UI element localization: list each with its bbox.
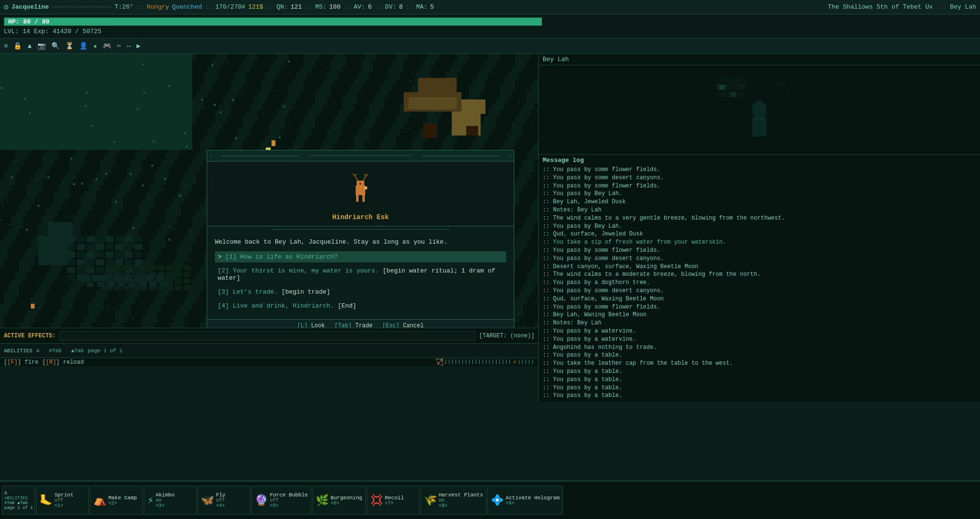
abilities-hotbar-label: A xyxy=(4,491,33,496)
location: The Shallows 5th of Tebet Ux xyxy=(828,3,932,11)
svg-rect-3 xyxy=(362,195,365,202)
game-map: ┌ ────────────────────────────── ┐ xyxy=(0,54,538,328)
search-icon[interactable]: 🔍 xyxy=(50,41,62,51)
svg-line-7 xyxy=(363,176,366,181)
msg-line: :: You pass by a dogthorn tree. xyxy=(543,279,976,287)
hotbar-key-6: <7> xyxy=(385,501,404,506)
hotbar-name-8: Activate Hologram xyxy=(506,495,559,501)
ammo-fill2: ||||| xyxy=(518,359,534,365)
dialog-content: Welcome back to Bey Lah, Jacqueline. Sta… xyxy=(207,234,514,319)
av-value: 6 xyxy=(368,3,372,11)
hotbar-item-fly[interactable]: 🦋 Fly off <4> xyxy=(198,486,250,515)
npc-name: Hindriarch Esk xyxy=(332,213,389,221)
svg-line-4 xyxy=(355,176,358,181)
effects-area xyxy=(60,331,475,341)
hotbar-key-5: <6> xyxy=(331,501,362,506)
hotbar-key-1: <2> xyxy=(108,501,136,506)
hotbar-name-4: Force Bubble xyxy=(270,492,308,498)
svg-line-9 xyxy=(364,174,366,176)
lock-icon[interactable]: 🔒 xyxy=(12,41,24,51)
star-icon[interactable]: ★ xyxy=(91,41,99,51)
dv-value: 8 xyxy=(399,3,403,11)
msg-line: :: You pass by a watervine. xyxy=(543,335,976,344)
menu-icon[interactable]: ≡ xyxy=(2,41,10,51)
hp-text: HP: 80 / 80 xyxy=(8,18,50,25)
hotbar-item-burgeoning[interactable]: 🌿 Burgeoning <6> xyxy=(312,486,366,515)
hotbar: A ABILITIES ≡Tab ▲Tab page 1 of 1 🦶 Spri… xyxy=(0,481,980,519)
hotbar-status-4: off xyxy=(270,498,308,503)
timer-icon[interactable]: ⏳ xyxy=(63,41,75,51)
msg-line: :: Bey Lah, Waning Beetle Moon xyxy=(543,311,976,319)
msg-line: :: You pass by some flower fields. xyxy=(543,303,976,311)
hotbar-icon-4: 🔮 xyxy=(255,494,268,507)
dialog-btn-cancel[interactable]: [Esc] Cancel xyxy=(382,322,423,328)
npc-art-svg xyxy=(346,171,375,205)
message-log-header: Message log xyxy=(543,157,976,164)
dialog-option-3[interactable]: [3] Let's trade. [begin trade] xyxy=(215,286,506,297)
fire-label-container: [[F]] fire xyxy=(4,359,38,366)
msg-line: :: You pass by a table. xyxy=(543,392,976,400)
msg-line: :: You take the leather cap from the tab… xyxy=(543,359,976,368)
camera-icon[interactable]: 📷 xyxy=(36,41,48,51)
thirst-status: Quenched xyxy=(172,3,202,11)
abilities-keys: A ≡Tab ▲Tab xyxy=(36,348,84,354)
hotbar-item-sprint[interactable]: 🦶 Sprint off <1> xyxy=(36,486,89,515)
reload-action: reload xyxy=(63,359,84,366)
portrait-svg: ░░▒▒░░▒▒░░ ▒▓▓▒░░░░▒▒ ░░▒▒▒▓▓░░░ ∩∩ ⌐ xyxy=(711,72,807,148)
hotbar-status-7: on xyxy=(439,498,483,503)
scissors-icon[interactable]: ✂ xyxy=(115,41,123,51)
hotbar-item-harvest-plants[interactable]: 🌾 Harvest Plants on <8> xyxy=(421,486,486,515)
dialog-btn-look[interactable]: [L] Look xyxy=(297,322,325,328)
play-icon[interactable]: ▶ xyxy=(135,41,142,51)
hotbar-status-3: off xyxy=(216,498,225,503)
gamepad-icon[interactable]: 🎮 xyxy=(101,41,113,51)
stats-bar: HP: 80 / 80 LVL: 14 Exp: 41420 / 50725 xyxy=(0,14,980,38)
msg-line: :: You pass by a table. xyxy=(543,376,976,384)
hotbar-icon-6: 💢 xyxy=(370,494,383,507)
water-amount: 170/270# xyxy=(215,3,245,11)
player-icon: ⚙ xyxy=(4,2,9,12)
arrows-icon[interactable]: ↔ xyxy=(125,41,133,51)
abilities-bar: ABILITIES A ≡Tab ▲Tab page 1 of 1 xyxy=(0,343,538,358)
hotbar-item-force-bubble[interactable]: 🔮 Force Bubble off <5> xyxy=(251,486,311,515)
hotbar-icon-5: 🌿 xyxy=(316,494,329,507)
hotbar-key-3: <4> xyxy=(216,503,225,508)
svg-line-6 xyxy=(355,174,357,176)
hp-bar-container: HP: 80 / 80 xyxy=(4,17,542,26)
dialog-corner-tr: ┐ xyxy=(509,153,512,159)
hotbar-item-make-camp[interactable]: ⛺ Make Camp <2> xyxy=(90,486,143,515)
svg-text:⌐: ⌐ xyxy=(786,89,789,95)
npc-area: Hindriarch Esk xyxy=(207,161,514,226)
hp-bar-fill xyxy=(4,18,542,25)
player-name: Jacqueline xyxy=(12,3,49,11)
ammo-bar: 🏹 |||||||||||||||||||| ⚡ ||||| xyxy=(435,358,534,366)
msg-line: :: Desert canyon, surface, Waxing Beetle… xyxy=(543,263,976,271)
msg-line: :: You pass by Bey Lah. xyxy=(543,222,976,231)
hotbar-item-recoil[interactable]: 💢 Recoil <7> xyxy=(367,486,420,515)
dialog-btn-trade[interactable]: [Tab] Trade xyxy=(335,322,372,328)
hotbar-status-2: on xyxy=(156,498,175,503)
msg-line: :: Qud, surface, Jeweled Dusk xyxy=(543,230,976,238)
alert-icon[interactable]: ▲ xyxy=(25,41,33,51)
dialog-option-2[interactable]: [2] Your thirst is mine, my water is you… xyxy=(215,265,506,284)
ammo-icon2: ⚡ xyxy=(513,358,517,366)
active-effects-bar: ACTIVE EFFECTS: [TARGET: (none)] xyxy=(0,328,538,343)
gold-amount: 121$ xyxy=(248,3,263,11)
player-profile-icon[interactable]: 👤 xyxy=(77,41,89,51)
msg-line: :: Angohind has nothing to trade. xyxy=(543,344,976,352)
hotbar-name-7: Harvest Plants xyxy=(439,492,483,498)
msg-line: :: Bey Lah, Jeweled Dusk xyxy=(543,198,976,206)
dialog-overlay: ┌ ────────────────────────────── ┐ xyxy=(207,150,514,328)
msg-line: :: You pass by a table. xyxy=(543,384,976,392)
ms-value: 100 xyxy=(329,3,340,11)
msg-line: :: Notes: Bey Lah xyxy=(543,319,976,327)
ammo-fill: |||||||||||||||||||| xyxy=(445,359,512,365)
dialog-option-1[interactable]: > [1] How is life as Hindriarch? xyxy=(215,251,506,262)
svg-rect-10 xyxy=(360,183,361,185)
hotbar-item-activate-hologram[interactable]: 💠 Activate Hologram <9> xyxy=(487,486,563,515)
ma-value: 5 xyxy=(430,3,434,11)
hotbar-item-akimbo[interactable]: ⚡ Akimbo on <3> xyxy=(144,486,197,515)
dialog-option-4[interactable]: [4] Live and drink, Hindriarch. [End] xyxy=(215,300,506,311)
message-lines: :: You pass by some flower fields.:: You… xyxy=(543,166,976,400)
dialog-footer: [L] Look[Tab] Trade[Esc] Cancel xyxy=(207,319,514,328)
